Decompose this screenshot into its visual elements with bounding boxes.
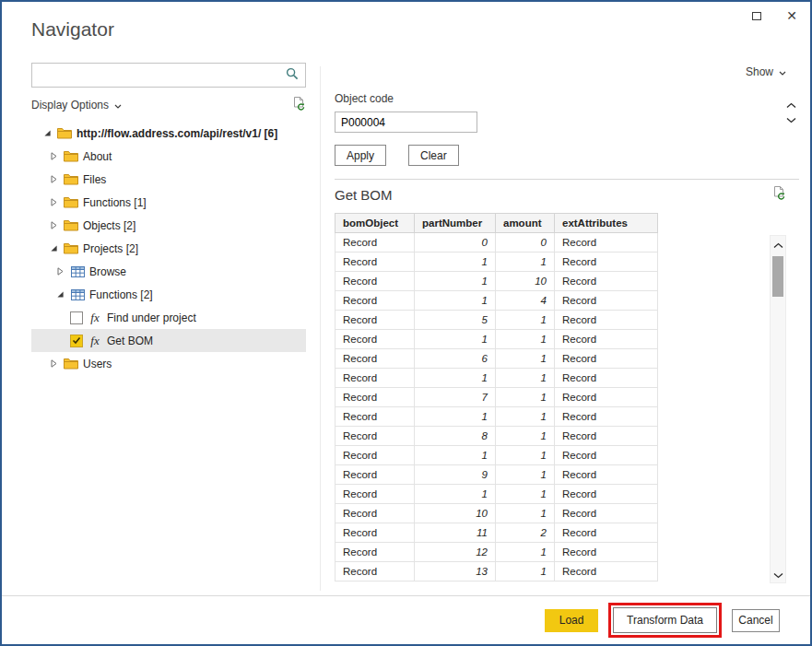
tree-item-about[interactable]: About xyxy=(31,145,306,168)
cancel-button[interactable]: Cancel xyxy=(732,609,780,632)
tree-item-files[interactable]: Files xyxy=(31,168,306,191)
refresh-preview-button[interactable] xyxy=(771,186,786,204)
search-input[interactable] xyxy=(32,64,279,87)
expander-collapsed-icon[interactable] xyxy=(49,175,59,183)
object-code-input[interactable] xyxy=(335,112,477,133)
table-cell: Record xyxy=(335,253,415,272)
table-cell: Record xyxy=(555,349,658,369)
tree-item-get-bom[interactable]: fxGet BOM xyxy=(31,329,306,352)
tree-item-label: Functions [1] xyxy=(83,196,147,209)
checkbox-unchecked[interactable] xyxy=(70,311,83,324)
table-cell: 1 xyxy=(496,407,555,427)
table-cell: Record xyxy=(555,253,658,272)
tree-item-objects-2[interactable]: Objects [2] xyxy=(31,214,306,237)
chevron-down-icon xyxy=(786,112,796,126)
table-row: Record11Record xyxy=(335,330,658,349)
expander-expanded-icon[interactable] xyxy=(42,129,53,137)
table-cell: 7 xyxy=(415,388,496,407)
preview-table-area: bomObjectpartNumberamountextAttributes R… xyxy=(335,213,799,583)
table-row: Record14Record xyxy=(335,291,658,311)
table-header-row: bomObjectpartNumberamountextAttributes xyxy=(335,214,658,233)
table-scrollbar[interactable] xyxy=(770,235,786,583)
table-cell: 2 xyxy=(496,523,555,543)
tree-item-projects-2[interactable]: Projects [2] xyxy=(31,237,306,260)
table-cell: Record xyxy=(555,543,658,562)
apply-button[interactable]: Apply xyxy=(335,145,386,166)
table-row: Record11Record xyxy=(335,485,658,504)
search-box xyxy=(31,63,306,88)
scroll-down-button[interactable] xyxy=(783,112,799,125)
table-cell: 1 xyxy=(496,504,555,523)
maximize-button[interactable] xyxy=(746,6,768,26)
search-button[interactable] xyxy=(279,64,305,87)
footer: Load Transform Data Cancel xyxy=(2,595,810,644)
table-row: Record11Record xyxy=(335,446,658,465)
expander-collapsed-icon[interactable] xyxy=(49,198,59,206)
table-cell: Record xyxy=(335,523,415,543)
expander-collapsed-icon[interactable] xyxy=(49,221,59,229)
column-header-bomobject: bomObject xyxy=(335,214,415,233)
table-cell: 1 xyxy=(415,291,496,311)
refresh-icon xyxy=(291,97,306,114)
parameter-buttons: Apply Clear xyxy=(335,145,799,166)
scrollbar-thumb[interactable] xyxy=(772,256,783,297)
scroll-up-button[interactable] xyxy=(783,98,799,111)
scroll-up-button[interactable] xyxy=(771,236,785,253)
table-cell: Record xyxy=(555,562,658,581)
expander-collapsed-icon[interactable] xyxy=(49,359,59,368)
tree-item-users[interactable]: Users xyxy=(31,352,306,375)
tree-item-find-under-project[interactable]: fxFind under project xyxy=(31,306,306,329)
tree-item-label: Objects [2] xyxy=(83,219,135,232)
table-cell: Record xyxy=(555,291,658,311)
table-cell: Record xyxy=(555,272,658,291)
table-cell: Record xyxy=(555,465,658,485)
table-row: Record51Record xyxy=(335,311,658,330)
table-cell: Record xyxy=(555,233,658,253)
tree-item-functions-2[interactable]: Functions [2] xyxy=(31,283,306,306)
clear-button[interactable]: Clear xyxy=(408,145,459,166)
preview-header: Get BOM xyxy=(335,185,799,204)
table-cell: Record xyxy=(335,504,415,523)
table-cell: Record xyxy=(335,465,415,485)
table-cell: 13 xyxy=(415,562,496,581)
close-button[interactable]: ✕ xyxy=(781,6,803,26)
tree-item-browse[interactable]: Browse xyxy=(31,260,306,283)
expander-collapsed-icon[interactable] xyxy=(49,152,59,160)
navigator-tree: http://flow.address.com/api/rest/v1/ [6]… xyxy=(31,122,306,375)
function-icon: fx xyxy=(88,311,102,325)
table-row: Record121Record xyxy=(335,543,658,562)
preview-table-body: Record00RecordRecord11RecordRecord110Rec… xyxy=(335,233,658,581)
table-cell: 11 xyxy=(415,523,496,543)
section-divider xyxy=(335,179,799,180)
display-options-label: Display Options xyxy=(31,99,109,112)
folder-icon xyxy=(64,196,78,208)
refresh-button[interactable] xyxy=(291,97,306,114)
table-cell: 5 xyxy=(415,311,496,330)
titlebar: ✕ xyxy=(746,6,803,26)
column-header-partnumber: partNumber xyxy=(415,214,496,233)
table-cell: 1 xyxy=(496,562,555,581)
expander-expanded-icon[interactable] xyxy=(49,244,59,253)
table-cell: Record xyxy=(555,407,658,427)
chevron-up-icon xyxy=(773,238,783,252)
expander-collapsed-icon[interactable] xyxy=(55,267,65,276)
expander-expanded-icon[interactable] xyxy=(55,290,65,299)
table-cell: 0 xyxy=(415,233,496,253)
tree-item-http-flow-address-com-api-rest-v1-6[interactable]: http://flow.address.com/api/rest/v1/ [6] xyxy=(31,122,306,145)
checkbox-checked[interactable] xyxy=(70,335,83,347)
table-row: Record11Record xyxy=(335,407,658,427)
load-button[interactable]: Load xyxy=(545,609,598,632)
folder-icon xyxy=(64,173,78,185)
transform-data-button[interactable]: Transform Data xyxy=(613,607,717,633)
tree-item-functions-1[interactable]: Functions [1] xyxy=(31,191,306,214)
table-cell: 1 xyxy=(496,369,555,388)
scroll-down-button[interactable] xyxy=(771,566,785,582)
display-options-dropdown[interactable]: Display Options xyxy=(31,99,122,112)
table-cell: 1 xyxy=(415,485,496,504)
table-cell: Record xyxy=(555,369,658,388)
show-dropdown[interactable]: Show xyxy=(746,65,786,79)
table-cell: 1 xyxy=(496,465,555,485)
scrollbar-track[interactable] xyxy=(771,253,785,566)
table-row: Record61Record xyxy=(335,349,658,369)
table-cell: Record xyxy=(555,446,658,465)
